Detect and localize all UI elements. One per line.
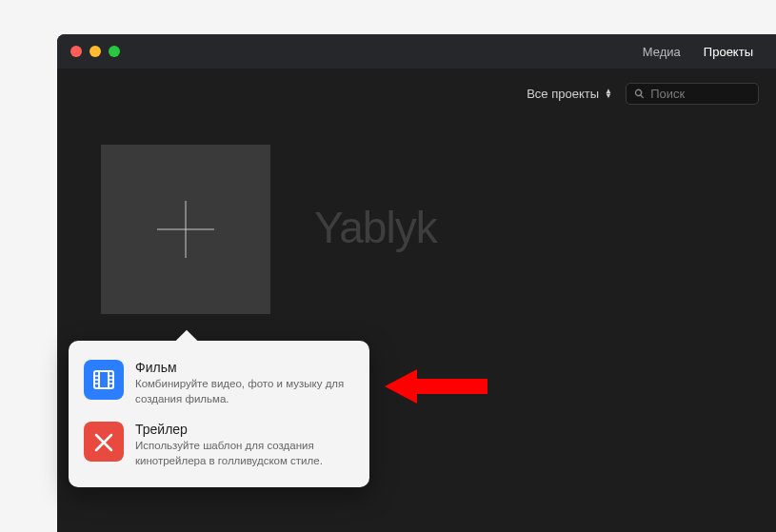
new-project-popover: Фильм Комбинируйте видео, фото и музыку … [69,341,369,487]
sort-icon: ▲▼ [605,89,612,98]
maximize-icon[interactable] [109,46,120,57]
annotation-arrow [385,365,489,411]
new-project-button[interactable] [101,145,270,314]
svg-marker-13 [385,369,487,404]
popover-movie-text: Фильм Комбинируйте видео, фото и музыку … [135,360,354,406]
popover-option-movie[interactable]: Фильм Комбинируйте видео, фото и музыку … [80,352,358,414]
popover-trailer-text: Трейлер Используйте шаблон для создания … [135,422,354,468]
close-icon[interactable] [70,46,82,57]
plus-icon [151,195,220,264]
filter-dropdown[interactable]: Все проекты ▲▼ [527,87,612,101]
search-icon [634,88,645,100]
popover-option-trailer[interactable]: Трейлер Используйте шаблон для создания … [80,414,358,476]
view-tabs: Медиа Проекты [631,41,765,63]
search-field[interactable] [626,83,759,105]
search-input[interactable] [650,87,750,101]
watermark-text: Yablyk [314,202,437,253]
clapperboard-icon [84,422,124,462]
tab-projects[interactable]: Проекты [692,41,765,63]
window-controls [70,46,120,57]
tab-media[interactable]: Медиа [631,41,692,63]
minimize-icon[interactable] [90,46,101,57]
popover-movie-title: Фильм [135,360,354,375]
popover-trailer-title: Трейлер [135,422,354,437]
filter-label: Все проекты [527,87,599,101]
titlebar: Медиа Проекты [57,34,776,69]
popover-movie-desc: Комбинируйте видео, фото и музыку для со… [135,377,354,406]
film-icon [84,360,124,400]
popover-trailer-desc: Используйте шаблон для создания кинотрей… [135,439,354,468]
toolbar: Все проекты ▲▼ [57,69,776,118]
